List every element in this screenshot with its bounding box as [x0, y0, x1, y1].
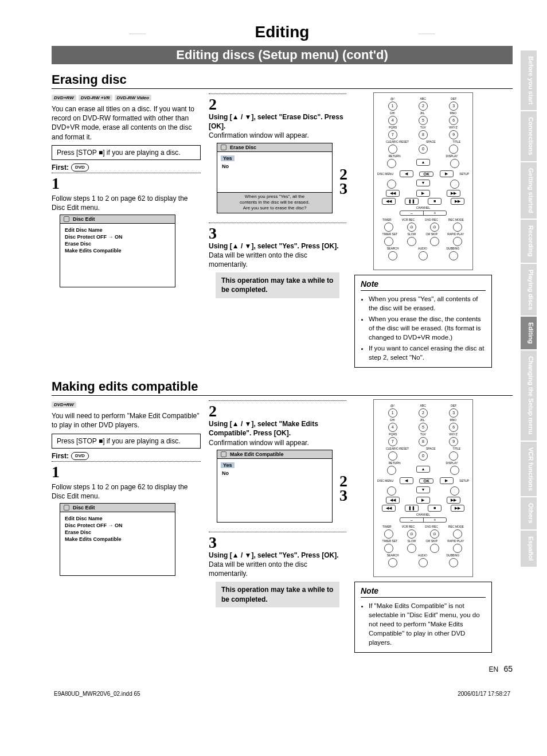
compat-intro: You will need to perform "Make Edit Comp… [52, 411, 201, 430]
badge-dvd-plus-rw: DVD+RW [52, 95, 76, 101]
dotted-divider [209, 223, 346, 223]
compat-step-1-text: Follow steps 1 to 2 on page 62 to displa… [52, 482, 201, 501]
side-tabs: Before you start Connections Getting sta… [521, 50, 537, 568]
badge-dvd-plus-rw: DVD+RW [52, 402, 76, 408]
erase-disc-type-badges: DVD+RW DVD-RW +VR DVD-RW Video [52, 95, 201, 101]
tab-editing: Editing [521, 317, 537, 349]
erase-footer: When you press "Yes", all the contents i… [217, 192, 332, 213]
compat-step-1-num: 1 [52, 464, 201, 480]
erase-box-title: Erase Disc [230, 145, 256, 150]
erase-yes: Yes [221, 155, 235, 161]
note-title: Note [361, 279, 486, 291]
disc-edit-menu: Disc Edit Edit Disc Name Disc Protect OF… [60, 215, 175, 287]
tab-others: Others [521, 497, 537, 529]
menu-disc-protect: Disc Protect OFF → ON [64, 234, 171, 240]
erase-note-1: When you press "Yes", all contents of th… [369, 294, 486, 313]
dvd-mode-pill: DVD [71, 163, 89, 172]
menu-edit-disc-name: Edit Disc Name [64, 227, 171, 233]
erase-section-title: Erasing disc [52, 72, 513, 89]
page-subtitle: Editing discs (Setup menu) (cont'd) [52, 46, 513, 64]
compat-box-title: Make Edit Compatible [230, 451, 284, 457]
erase-step-2-bold: Using [▲ / ▼], select "Erase Disc". Pres… [209, 113, 343, 130]
compat-yes: Yes [221, 462, 235, 468]
erase-note-box: Note When you press "Yes", all contents … [354, 275, 492, 368]
erase-disc-dialog: Erase Disc Yes No When you press "Yes", … [217, 143, 333, 213]
tab-connections: Connections [521, 111, 537, 161]
disc-icon [64, 505, 69, 511]
compat-disc-type-badges: DVD+RW [52, 402, 201, 408]
tab-playing-discs: Playing discs [521, 264, 537, 315]
compat-section-title: Making edits compatible [52, 379, 513, 396]
tab-espanol: Español [521, 531, 537, 567]
first-label: First: [52, 163, 69, 172]
erase-intro: You can erase all titles on a disc. If y… [52, 104, 201, 142]
title-deco-right [341, 33, 513, 34]
page-number: 65 [503, 664, 513, 673]
compat-step-3-bold: Using [▲ / ▼], select "Yes". Press [OK]. [209, 551, 339, 559]
badge-dvd-rw-vr: DVD-RW +VR [79, 95, 112, 101]
dotted-divider [209, 532, 346, 532]
erase-no: No [221, 163, 329, 169]
dotted-divider [52, 461, 201, 462]
page-title: Editing [52, 23, 513, 41]
badge-dvd-rw-video: DVD-RW Video [115, 95, 151, 101]
compat-dialog: Make Edit Compatible Yes No [217, 450, 333, 523]
erase-step-3-plain: Data will be written onto the disc momen… [209, 251, 307, 268]
press-stop-box: Press [STOP ■] if you are playing a disc… [52, 434, 201, 449]
erase-step-2-num: 2 [209, 96, 346, 112]
disc-edit-menu-2: Disc Edit Edit Disc Name Disc Protect OF… [60, 503, 175, 576]
dvd-mode-pill: DVD [71, 452, 89, 460]
erase-note-2: When you erase the disc, the contents of… [369, 314, 486, 342]
press-stop-box: Press [STOP ■] if you are playing a disc… [52, 145, 201, 160]
compat-step-3-num: 3 [209, 535, 346, 551]
erase-step-1-text: Follow steps 1 to 2 on page 62 to displa… [52, 194, 201, 212]
erase-step-2-plain: Confirmation window will appear. [209, 131, 309, 139]
compat-callout: This operation may take a while to be co… [216, 582, 339, 607]
remote-control-diagram: .@/:ABCDEF 123 GHIJKLMNO 456 PQRSTUVWXYZ… [373, 92, 473, 270]
erase-step-3-bold: Using [▲ / ▼], select "Yes". Press [OK]. [209, 242, 339, 250]
tab-before-you-start: Before you start [521, 50, 537, 110]
dotted-divider [209, 400, 346, 401]
menu-edit-disc-name: Edit Disc Name [64, 516, 171, 521]
compat-note-box: Note If "Make Edits Compatible" is not s… [354, 582, 492, 653]
menu-erase-disc: Erase Disc [64, 241, 171, 247]
erase-step-3-num: 3 [209, 225, 346, 241]
remote-step-indicator: 23 [339, 167, 347, 196]
disc-edit-title: Disc Edit [73, 216, 95, 222]
menu-erase-disc: Erase Disc [64, 529, 171, 535]
erase-callout: This operation may take a while to be co… [216, 272, 339, 298]
menu-make-edits-compatible: Make Edits Compatible [64, 536, 171, 542]
dotted-divider [209, 93, 346, 94]
dotted-divider [52, 173, 201, 173]
first-label: First: [52, 452, 69, 460]
print-timestamp: 2006/01/17 17:58:27 [458, 691, 510, 697]
disc-icon [64, 216, 69, 222]
note-title: Note [361, 586, 486, 598]
remote-step-indicator: 23 [339, 474, 347, 502]
compat-step-2-bold: Using [▲ / ▼], select "Make Edits Compat… [209, 420, 318, 437]
erase-note-3: If you want to cancel erasing the disc a… [369, 344, 486, 362]
compat-note-1: If "Make Edits Compatible" is not select… [369, 601, 486, 647]
compat-step-2-num: 2 [209, 403, 346, 419]
disc-edit-title: Disc Edit [73, 505, 95, 511]
title-deco-left [52, 33, 224, 34]
compat-step-3-plain: Data will be written onto the disc momen… [209, 560, 307, 578]
erase-step-1-num: 1 [52, 176, 201, 192]
tab-getting-started: Getting started [521, 162, 537, 219]
remote-control-diagram-2: .@/:ABCDEF 123 GHIJKLMNO 456 PQRSTUVWXYZ… [373, 399, 473, 577]
source-file: E9A80UD_MWR20V6_02.indd 65 [54, 691, 140, 697]
disc-icon [221, 145, 226, 150]
menu-disc-protect: Disc Protect OFF → ON [64, 523, 171, 528]
tab-vcr-functions: VCR functions [521, 442, 537, 497]
menu-make-edits-compatible: Make Edits Compatible [64, 248, 171, 254]
compat-step-2-plain: Confirmation window will appear. [209, 439, 309, 447]
page-lang: EN [489, 665, 498, 673]
tab-changing-setup: Changing the Setup menu [521, 350, 537, 440]
compat-no: No [221, 470, 329, 476]
tab-recording: Recording [521, 220, 537, 262]
disc-icon [221, 451, 226, 457]
